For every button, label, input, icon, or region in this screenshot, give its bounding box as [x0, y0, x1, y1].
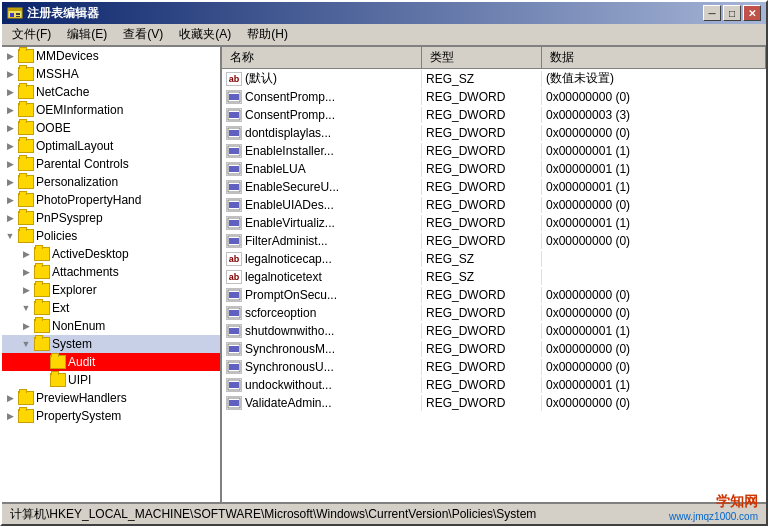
svg-rect-20: [229, 220, 239, 226]
value-row[interactable]: undockwithout...REG_DWORD0x00000001 (1): [222, 376, 766, 394]
value-name-text: EnableUIADes...: [245, 198, 334, 212]
tree-expander-Ext[interactable]: ▼: [18, 300, 34, 316]
value-type: REG_DWORD: [422, 107, 542, 123]
tree-expander-Attachments[interactable]: ▶: [18, 264, 34, 280]
value-name-text: undockwithout...: [245, 378, 332, 392]
value-name: ValidateAdmin...: [222, 395, 422, 411]
value-row[interactable]: ab(默认)REG_SZ(数值未设置): [222, 69, 766, 88]
folder-icon-ActiveDesktop: [34, 247, 50, 261]
tree-item-Policies[interactable]: ▼Policies: [2, 227, 220, 245]
menu-help[interactable]: 帮助(H): [239, 24, 296, 45]
tree-expander-ActiveDesktop[interactable]: ▶: [18, 246, 34, 262]
svg-rect-18: [229, 202, 239, 208]
menu-file[interactable]: 文件(F): [4, 24, 59, 45]
tree-item-Ext[interactable]: ▼Ext: [2, 299, 220, 317]
value-row[interactable]: ablegalnoticecap...REG_SZ: [222, 250, 766, 268]
value-row[interactable]: scforceoptionREG_DWORD0x00000000 (0): [222, 304, 766, 322]
tree-item-Attachments[interactable]: ▶Attachments: [2, 263, 220, 281]
tree-item-PreviewHandlers[interactable]: ▶PreviewHandlers: [2, 389, 220, 407]
tree-item-Explorer[interactable]: ▶Explorer: [2, 281, 220, 299]
tree-item-MMDevices[interactable]: ▶MMDevices: [2, 47, 220, 65]
reg-icon-dword: [226, 378, 242, 392]
folder-icon-PnPSysprep: [18, 211, 34, 225]
tree-panel[interactable]: ▶MMDevices▶MSSHA▶NetCache▶OEMInformation…: [2, 47, 222, 502]
tree-item-PhotoPropertyHand[interactable]: ▶PhotoPropertyHand: [2, 191, 220, 209]
tree-expander-UIPI[interactable]: [34, 372, 50, 388]
tree-item-OptimalLayout[interactable]: ▶OptimalLayout: [2, 137, 220, 155]
value-row[interactable]: EnableVirtualiz...REG_DWORD0x00000001 (1…: [222, 214, 766, 232]
tree-expander-Personalization[interactable]: ▶: [2, 174, 18, 190]
value-row[interactable]: ablegalnoticetextREG_SZ: [222, 268, 766, 286]
value-row[interactable]: ValidateAdmin...REG_DWORD0x00000000 (0): [222, 394, 766, 412]
svg-rect-36: [229, 400, 239, 406]
tree-expander-System[interactable]: ▼: [18, 336, 34, 352]
tree-label-UIPI: UIPI: [68, 373, 91, 387]
tree-expander-PropertySystem[interactable]: ▶: [2, 408, 18, 424]
value-row[interactable]: SynchronousM...REG_DWORD0x00000000 (0): [222, 340, 766, 358]
tree-expander-NetCache[interactable]: ▶: [2, 84, 18, 100]
value-type: REG_SZ: [422, 71, 542, 87]
tree-expander-ParentalControls[interactable]: ▶: [2, 156, 18, 172]
title-bar: 注册表编辑器 ─ □ ✕: [2, 2, 766, 24]
tree-expander-NonEnum[interactable]: ▶: [18, 318, 34, 334]
value-row[interactable]: ConsentPromp...REG_DWORD0x00000003 (3): [222, 106, 766, 124]
tree-item-ParentalControls[interactable]: ▶Parental Controls: [2, 155, 220, 173]
value-row[interactable]: EnableInstaller...REG_DWORD0x00000001 (1…: [222, 142, 766, 160]
value-type: REG_DWORD: [422, 287, 542, 303]
tree-item-OOBE[interactable]: ▶OOBE: [2, 119, 220, 137]
minimize-button[interactable]: ─: [703, 5, 721, 21]
value-row[interactable]: EnableSecureU...REG_DWORD0x00000001 (1): [222, 178, 766, 196]
value-row[interactable]: PromptOnSecu...REG_DWORD0x00000000 (0): [222, 286, 766, 304]
tree-expander-Explorer[interactable]: ▶: [18, 282, 34, 298]
menu-edit[interactable]: 编辑(E): [59, 24, 115, 45]
tree-expander-OptimalLayout[interactable]: ▶: [2, 138, 18, 154]
tree-expander-Audit[interactable]: [34, 354, 50, 370]
value-row[interactable]: shutdownwitho...REG_DWORD0x00000001 (1): [222, 322, 766, 340]
tree-expander-PhotoPropertyHand[interactable]: ▶: [2, 192, 18, 208]
value-row[interactable]: FilterAdminist...REG_DWORD0x00000000 (0): [222, 232, 766, 250]
tree-item-PnPSysprep[interactable]: ▶PnPSysprep: [2, 209, 220, 227]
tree-expander-Policies[interactable]: ▼: [2, 228, 18, 244]
tree-item-PropertySystem[interactable]: ▶PropertySystem: [2, 407, 220, 425]
reg-icon-ab: ab: [226, 72, 242, 86]
value-row[interactable]: ConsentPromp...REG_DWORD0x00000000 (0): [222, 88, 766, 106]
tree-expander-MSSHA[interactable]: ▶: [2, 66, 18, 82]
window-title: 注册表编辑器: [27, 5, 99, 22]
value-name-text: scforceoption: [245, 306, 316, 320]
value-name: SynchronousU...: [222, 359, 422, 375]
folder-icon-PropertySystem: [18, 409, 34, 423]
tree-item-OEMInformation[interactable]: ▶OEMInformation: [2, 101, 220, 119]
maximize-button[interactable]: □: [723, 5, 741, 21]
tree-expander-OOBE[interactable]: ▶: [2, 120, 18, 136]
menu-view[interactable]: 查看(V): [115, 24, 171, 45]
tree-item-ActiveDesktop[interactable]: ▶ActiveDesktop: [2, 245, 220, 263]
tree-item-System[interactable]: ▼System: [2, 335, 220, 353]
value-type: REG_DWORD: [422, 215, 542, 231]
tree-item-Audit[interactable]: Audit: [2, 353, 220, 371]
folder-icon-PreviewHandlers: [18, 391, 34, 405]
tree-item-MSSHA[interactable]: ▶MSSHA: [2, 65, 220, 83]
reg-icon-dword: [226, 198, 242, 212]
tree-expander-MMDevices[interactable]: ▶: [2, 48, 18, 64]
value-row[interactable]: EnableUIADes...REG_DWORD0x00000000 (0): [222, 196, 766, 214]
menu-favorites[interactable]: 收藏夹(A): [171, 24, 239, 45]
title-bar-left: 注册表编辑器: [7, 5, 99, 22]
tree-item-Personalization[interactable]: ▶Personalization: [2, 173, 220, 191]
value-row[interactable]: EnableLUAREG_DWORD0x00000001 (1): [222, 160, 766, 178]
value-type: REG_DWORD: [422, 395, 542, 411]
folder-icon-System: [34, 337, 50, 351]
value-row[interactable]: SynchronousU...REG_DWORD0x00000000 (0): [222, 358, 766, 376]
svg-rect-3: [16, 13, 20, 15]
tree-expander-OEMInformation[interactable]: ▶: [2, 102, 18, 118]
tree-item-NonEnum[interactable]: ▶NonEnum: [2, 317, 220, 335]
tree-label-ActiveDesktop: ActiveDesktop: [52, 247, 129, 261]
tree-label-Ext: Ext: [52, 301, 69, 315]
value-row[interactable]: dontdisplaylas...REG_DWORD0x00000000 (0): [222, 124, 766, 142]
tree-expander-PnPSysprep[interactable]: ▶: [2, 210, 18, 226]
close-button[interactable]: ✕: [743, 5, 761, 21]
tree-expander-PreviewHandlers[interactable]: ▶: [2, 390, 18, 406]
tree-label-MSSHA: MSSHA: [36, 67, 79, 81]
tree-item-NetCache[interactable]: ▶NetCache: [2, 83, 220, 101]
tree-item-UIPI[interactable]: UIPI: [2, 371, 220, 389]
reg-icon-dword: [226, 216, 242, 230]
